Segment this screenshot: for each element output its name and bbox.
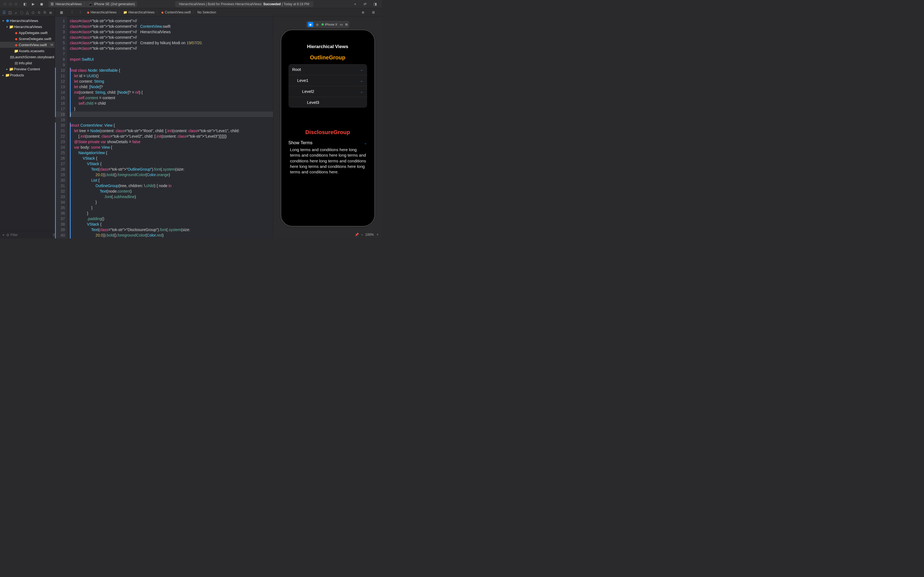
zoom-in-button[interactable]: ＋ [376, 232, 379, 237]
folder-icon: 📁 [123, 10, 127, 14]
preview-on-device-button[interactable]: ▭ [340, 23, 342, 26]
minimize-window[interactable] [9, 2, 12, 6]
editor-options-button[interactable]: ⊞ [370, 9, 377, 15]
titlebar: ◧ ▶ ◼ ⛓ HierarchicalViews 〉 📱 iPhone SE … [0, 0, 382, 8]
symbol-navigator-icon[interactable]: ⌕ [14, 10, 18, 15]
disclosure-section-title: DisclosureGroup [284, 127, 372, 139]
report-navigator-icon[interactable]: ≣ [48, 10, 53, 15]
tree-file-label: LaunchScreen.storyboard [13, 55, 54, 59]
run-button[interactable]: ▶ [30, 1, 37, 7]
tree-file-label: Info.plist [19, 61, 32, 65]
debug-navigator-icon[interactable]: ⎋ [37, 10, 41, 15]
tree-root-label: HierarchicalViews [10, 19, 38, 23]
nav-back-button[interactable]: 〈 [68, 9, 75, 15]
duplicate-preview-button[interactable]: ⧉ [346, 23, 347, 26]
canvas-toolbar: ◉ ◎ iPhone X ▭ ⧉ [306, 21, 349, 28]
tree-group-label: HierarchicalViews [14, 25, 42, 29]
disclosure-header-row[interactable]: Show Terms ⌄ [289, 139, 367, 147]
swift-file-icon: ◆ [161, 10, 164, 14]
status-text-left: HierarchicalViews | Build for Previews H… [179, 2, 262, 6]
disclosure-triangle[interactable]: ▾ [5, 25, 9, 28]
disclosure-body: Long terms and conditions here long term… [289, 147, 367, 175]
tree-file[interactable]: ◆ AppDelegate.swift [0, 30, 55, 36]
toggle-left-panel[interactable]: ◧ [21, 1, 29, 7]
tree-file-label: AppDelegate.swift [19, 31, 48, 35]
outline-row[interactable]: Leve1⌄ [289, 75, 367, 86]
jump-bar: ▦ 〈 〉 ◆HierarchicalViews 〉 📁Hierarchical… [55, 8, 382, 16]
tree-file-label: SceneDelegate.swift [19, 37, 52, 41]
folder-icon: 📁 [5, 73, 10, 77]
project-icon: ⬢ [5, 19, 10, 23]
scheme-device-icon: 📱 [88, 2, 92, 6]
tree-group[interactable]: ▾ 📁 HierarchicalViews [0, 24, 55, 30]
tree-file[interactable]: ▤ LaunchScreen.storyboard [0, 54, 55, 60]
swift-file-icon: ◆ [14, 37, 19, 41]
add-target-button[interactable]: ＋ [2, 232, 5, 237]
tree-file-label: Assets.xcassets [19, 49, 44, 53]
stop-button[interactable]: ◼ [38, 1, 45, 7]
outline-row[interactable]: Level3 [289, 97, 367, 108]
test-navigator-icon[interactable]: ◇ [31, 10, 35, 15]
disclosure-triangle[interactable]: ▾ [1, 19, 5, 22]
navigator-toolbar: ☰ ◫ ⌕ ◌ △ ◇ ⎋ ⎘ ≣ [0, 8, 55, 16]
disclosure-triangle[interactable]: ▸ [5, 68, 9, 71]
tree-file[interactable]: ▤ Info.plist [0, 60, 55, 66]
project-navigator-icon[interactable]: ☰ [2, 10, 6, 15]
minimap-toggle[interactable]: ≣ [359, 9, 367, 15]
preview-screen[interactable]: Hierarchical Views OutlineGroup Root⌄Lev… [284, 33, 372, 223]
zoom-value: 100% [365, 233, 374, 237]
close-window[interactable] [3, 2, 6, 6]
inspect-preview-button[interactable]: ◎ [316, 23, 319, 26]
issue-navigator-icon[interactable]: △ [25, 10, 29, 15]
tree-folder[interactable]: ▸ 📁 Preview Content [0, 66, 55, 72]
source-control-navigator-icon[interactable]: ◫ [8, 10, 12, 15]
status-dot-icon [321, 23, 324, 26]
code-content[interactable]: class=class="tok-str">"tok-comment">//cl… [67, 16, 273, 239]
library-button[interactable]: ⇄ [362, 1, 369, 7]
crumb-project[interactable]: ◆HierarchicalViews [87, 10, 116, 14]
chevron-down-icon: ⌄ [360, 89, 363, 94]
preview-canvas: ◉ ◎ iPhone X ▭ ⧉ Hierarchical Views Outl… [273, 16, 382, 239]
crumb-folder[interactable]: 📁HierarchicalViews [123, 10, 155, 14]
tree-root[interactable]: ▾ ⬢ HierarchicalViews [0, 18, 55, 24]
tree-file[interactable]: ◆ ContentView.swift M [0, 42, 55, 48]
filter-input[interactable] [10, 233, 52, 237]
outline-row[interactable]: Level2⌄ [289, 86, 367, 97]
add-editor-button[interactable]: ＋ [352, 1, 359, 7]
outline-row[interactable]: Root⌄ [289, 64, 367, 75]
zoom-out-button[interactable]: − [361, 233, 363, 237]
folder-icon: 📁 [9, 67, 14, 71]
activity-status[interactable]: HierarchicalViews | Build for Previews H… [175, 1, 313, 7]
pin-preview-button[interactable]: 📌 [355, 233, 359, 237]
find-navigator-icon[interactable]: ◌ [19, 10, 24, 15]
nav-forward-button[interactable]: 〉 [78, 9, 85, 15]
line-gutter[interactable]: 1234567891011121314151617181920212223242… [55, 16, 67, 239]
device-selector[interactable]: iPhone X [321, 23, 338, 26]
file-tree[interactable]: ▾ ⬢ HierarchicalViews ▾ 📁 HierarchicalVi… [0, 16, 55, 231]
related-items-button[interactable]: ▦ [58, 9, 65, 15]
crumb-symbol[interactable]: No Selection [197, 10, 216, 14]
crumb-file[interactable]: ◆ContentView.swift [161, 10, 191, 14]
code-editor[interactable]: 1234567891011121314151617181920212223242… [55, 16, 273, 239]
swift-file-icon: ◆ [87, 10, 89, 14]
breakpoint-navigator-icon[interactable]: ⎘ [43, 10, 47, 15]
tree-file[interactable]: ◆ SceneDelegate.swift [0, 36, 55, 42]
tree-file[interactable]: 📁 Assets.xcassets [0, 48, 55, 54]
live-preview-button[interactable]: ◉ [308, 22, 313, 27]
toggle-right-panel[interactable]: ◨ [372, 1, 379, 7]
outline-list[interactable]: Root⌄Leve1⌄Level2⌄Level3 [289, 64, 367, 108]
swift-file-icon: ◆ [14, 31, 19, 35]
folder-icon: 📁 [9, 25, 14, 29]
tree-folder-label: Products [10, 73, 24, 77]
assets-file-icon: 📁 [14, 49, 19, 53]
crumb-sep: 〉 [118, 10, 121, 15]
outline-row-label: Root [292, 67, 301, 72]
outline-section-title: OutlineGroup [284, 52, 372, 64]
disclosure-triangle[interactable]: ▸ [1, 74, 5, 77]
zoom-window[interactable] [14, 2, 18, 6]
disclosure-header-label: Show Terms [289, 140, 313, 145]
scheme-project: HierarchicalViews [55, 2, 82, 6]
device-notch [306, 30, 350, 37]
scheme-selector[interactable]: ⛓ HierarchicalViews 〉 📱 iPhone SE (2nd g… [48, 1, 137, 7]
tree-folder[interactable]: ▸ 📁 Products [0, 72, 55, 78]
